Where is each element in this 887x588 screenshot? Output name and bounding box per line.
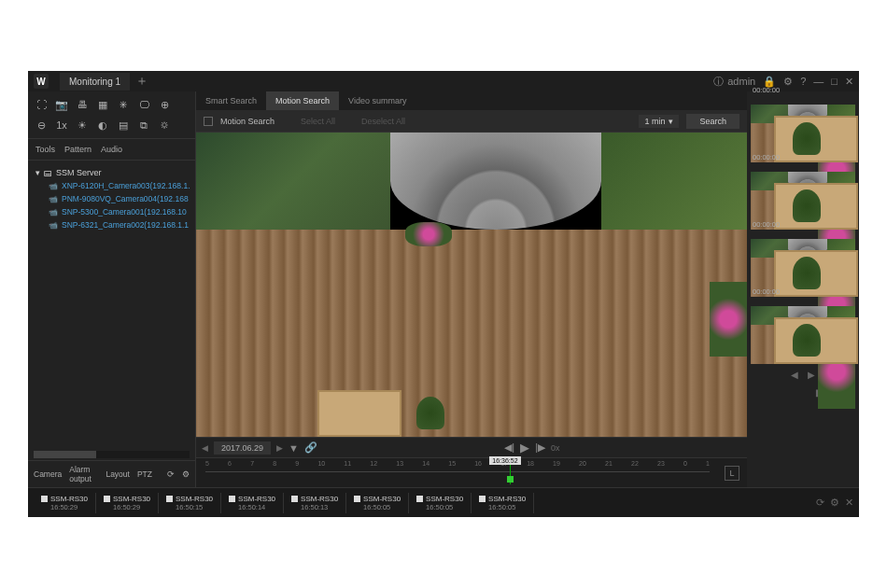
add-tab-button[interactable]: ＋ bbox=[135, 73, 148, 90]
zoom-in-icon[interactable]: ⊕ bbox=[157, 97, 172, 112]
user-name: admin bbox=[727, 76, 755, 87]
step-back-button[interactable]: ◀| bbox=[504, 441, 514, 454]
maximize-button[interactable]: □ bbox=[831, 76, 838, 87]
device-tree: ▾ 🖴 SSM Server 📹XNP-6120H_Camera003(192.… bbox=[28, 161, 195, 449]
timeline-hour-label: 22 bbox=[631, 460, 639, 469]
snapshot-icon[interactable]: 📷 bbox=[54, 97, 69, 112]
event-cell[interactable]: SSM-RS3016:50:29 bbox=[34, 493, 96, 513]
video-frame bbox=[196, 133, 747, 437]
app-logo: W bbox=[34, 74, 49, 89]
zoom-out-icon[interactable]: ⊖ bbox=[34, 118, 49, 133]
select-all-button[interactable]: Select All bbox=[301, 117, 335, 126]
layout-icon[interactable]: ▤ bbox=[116, 118, 131, 133]
sidebar-scrollbar[interactable] bbox=[34, 451, 190, 458]
bottom-tab-camera[interactable]: Camera bbox=[34, 469, 62, 479]
event-indicator-icon bbox=[104, 496, 110, 502]
sidebar-tabs: Tools Pattern Audio bbox=[28, 139, 195, 161]
grid-icon[interactable]: ▦ bbox=[95, 97, 110, 112]
app-window: W Monitoring 1 ＋ ⓘ admin 🔒 ⚙ ? — □ ✕ ⛶ 📷… bbox=[28, 71, 859, 517]
camera-tree-item[interactable]: 📹SNP-6321_Camera002(192.168.1.1 bbox=[32, 218, 191, 231]
tab-tools[interactable]: Tools bbox=[35, 145, 55, 154]
thumb-prev-icon[interactable]: ◀ bbox=[791, 370, 798, 380]
filter-icon[interactable]: ▼ bbox=[289, 442, 299, 454]
play-button[interactable]: ▶ bbox=[520, 441, 529, 455]
titlebar: W Monitoring 1 ＋ ⓘ admin 🔒 ⚙ ? — □ ✕ bbox=[28, 71, 859, 91]
event-cell[interactable]: SSM-RS3016:50:05 bbox=[346, 493, 409, 513]
help-icon[interactable]: ? bbox=[800, 76, 806, 87]
timeline-ticks: 56789101112131415161718192021222301 bbox=[205, 460, 710, 469]
status-settings-icon[interactable]: ⚙ bbox=[830, 497, 839, 509]
status-bar: SSM-RS3016:50:29SSM-RS3016:50:29SSM-RS30… bbox=[28, 487, 859, 517]
video-viewport[interactable] bbox=[196, 133, 747, 437]
result-thumbnail[interactable]: 00:00:00 bbox=[751, 297, 855, 364]
event-indicator-icon bbox=[166, 496, 173, 502]
tab-motion-search[interactable]: Motion Search bbox=[266, 91, 339, 110]
tree-server-node[interactable]: ▾ 🖴 SSM Server bbox=[32, 166, 191, 179]
fullscreen-icon[interactable]: ⛶ bbox=[34, 97, 49, 112]
event-time: 16:50:29 bbox=[113, 503, 150, 511]
user-label[interactable]: ⓘ admin bbox=[713, 75, 755, 89]
camera-tree-item[interactable]: 📹SNP-5300_Camera001(192.168.10 bbox=[32, 205, 191, 218]
event-time: 16:50:29 bbox=[50, 503, 88, 511]
camera-tree-item[interactable]: 📹XNP-6120H_Camera003(192.168.1. bbox=[32, 179, 191, 192]
timeline[interactable]: 56789101112131415161718192021222301 L bbox=[196, 457, 747, 487]
bottom-tab-ptz[interactable]: PTZ bbox=[137, 469, 152, 479]
tab-video-summary[interactable]: Video summary bbox=[339, 91, 415, 110]
ptz-icon[interactable]: ⛭ bbox=[157, 118, 172, 133]
workspace-tab[interactable]: Monitoring 1 bbox=[60, 73, 130, 91]
timeline-marker[interactable] bbox=[510, 458, 511, 484]
timeline-track[interactable] bbox=[205, 471, 710, 481]
event-cell[interactable]: SSM-RS3016:50:13 bbox=[284, 493, 346, 513]
timeline-hour-label: 9 bbox=[295, 460, 299, 469]
date-picker[interactable]: 2017.06.29 bbox=[214, 441, 271, 455]
event-time: 16:50:05 bbox=[488, 503, 526, 511]
step-forward-button[interactable]: |▶ bbox=[535, 441, 545, 454]
event-cell[interactable]: SSM-RS3016:50:05 bbox=[472, 493, 534, 513]
date-value: 2017.06.29 bbox=[221, 443, 263, 453]
minimize-button[interactable]: — bbox=[813, 76, 824, 87]
tab-pattern[interactable]: Pattern bbox=[64, 145, 92, 154]
motion-search-checkbox[interactable] bbox=[204, 117, 213, 126]
camera-tree-item[interactable]: 📹PNM-9080VQ_Camera004(192.168 bbox=[32, 192, 191, 205]
refresh-icon[interactable]: ⟳ bbox=[167, 469, 175, 479]
interval-select[interactable]: 1 min▾ bbox=[639, 115, 679, 128]
event-cell[interactable]: SSM-RS3016:50:14 bbox=[221, 493, 284, 513]
brightness-icon[interactable]: ☀ bbox=[75, 118, 90, 133]
bottom-tab-layout[interactable]: Layout bbox=[106, 469, 130, 479]
settings-icon[interactable]: ⚙ bbox=[783, 76, 793, 88]
tab-audio[interactable]: Audio bbox=[101, 145, 122, 154]
link-icon[interactable]: 🔗 bbox=[304, 441, 317, 454]
monitor-icon[interactable]: 🖵 bbox=[136, 97, 151, 112]
event-cell[interactable]: SSM-RS3016:50:05 bbox=[409, 493, 472, 513]
print-icon[interactable]: 🖶 bbox=[75, 97, 90, 112]
zoom-reset-icon[interactable]: 1x bbox=[54, 118, 69, 133]
main-area: ⛶ 📷 🖶 ▦ ⛯ 🖵 ⊕ ⊖ 1x ☀ ◐ ▤ ⧉ ⛭ Tools Patte… bbox=[28, 91, 859, 487]
date-next-icon[interactable]: ▶ bbox=[276, 443, 283, 453]
deselect-all-button[interactable]: Deselect All bbox=[361, 117, 405, 126]
sidebar-toolbar: ⛶ 📷 🖶 ▦ ⛯ 🖵 ⊕ ⊖ 1x ☀ ◐ ▤ ⧉ ⛭ bbox=[28, 91, 195, 139]
event-source: SSM-RS30 bbox=[113, 495, 150, 503]
tab-smart-search[interactable]: Smart Search bbox=[196, 91, 266, 110]
camera-label: SNP-5300_Camera001(192.168.10 bbox=[62, 207, 187, 217]
thumb-next-icon[interactable]: ▶ bbox=[808, 370, 815, 380]
bottom-tab-alarm[interactable]: Alarm output bbox=[69, 465, 98, 483]
timeline-hour-label: 14 bbox=[422, 460, 429, 469]
timeline-hour-label: 16 bbox=[474, 460, 482, 469]
results-panel: 00:00:0000:00:0000:00:0000:00:00 ◀ ▶ ◧ ⇩… bbox=[747, 91, 859, 487]
event-source: SSM-RS30 bbox=[50, 495, 88, 503]
gear-icon[interactable]: ⚙ bbox=[182, 469, 190, 479]
event-cell[interactable]: SSM-RS3016:50:29 bbox=[96, 493, 159, 513]
close-button[interactable]: ✕ bbox=[845, 76, 853, 88]
camera-icon: 📹 bbox=[49, 221, 58, 230]
timeline-hour-label: 23 bbox=[657, 460, 665, 469]
event-cell[interactable]: SSM-RS3016:50:15 bbox=[159, 493, 221, 513]
alarm-icon[interactable]: ⛯ bbox=[116, 97, 131, 112]
date-prev-icon[interactable]: ◀ bbox=[202, 443, 208, 453]
timeline-mode-button[interactable]: L bbox=[725, 466, 739, 481]
status-refresh-icon[interactable]: ⟳ bbox=[816, 497, 824, 509]
search-button[interactable]: Search bbox=[686, 114, 739, 129]
copy-icon[interactable]: ⧉ bbox=[136, 118, 151, 133]
collapse-icon[interactable]: ▾ bbox=[35, 168, 40, 177]
status-close-icon[interactable]: ✕ bbox=[845, 497, 853, 509]
contrast-icon[interactable]: ◐ bbox=[95, 118, 110, 133]
